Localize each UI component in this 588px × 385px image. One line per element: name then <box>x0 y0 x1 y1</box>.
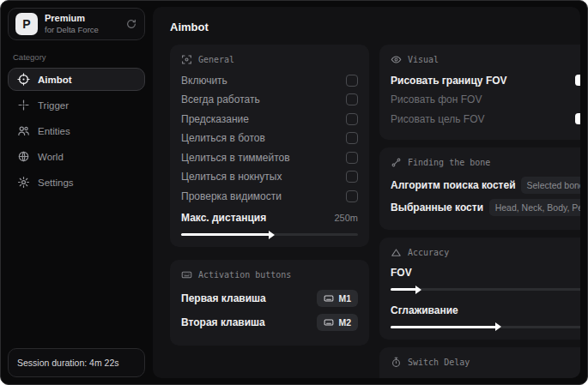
panel-accuracy-header: Accuracy <box>391 247 580 258</box>
keyboard-icon <box>324 317 334 328</box>
switch-delay-toggle-row: Задержка переключения <box>391 374 580 379</box>
setting-label: Целиться в тиммейтов <box>181 152 290 164</box>
visual-row-fov-background: Рисовать фон FOV <box>391 91 580 110</box>
setting-row-target-bots: Целиться в ботов <box>181 129 358 148</box>
fov-slider[interactable] <box>391 288 580 291</box>
sidebar-item-label: Aimbot <box>38 75 72 85</box>
dropdown-label: Алгоритм поиска костей <box>391 179 516 191</box>
fov-row: FOV 60° <box>391 264 580 283</box>
selected-bones-select[interactable]: Head, Neck, Body, Pe.. <box>489 199 580 216</box>
keybind-label: Вторая клавиша <box>181 316 265 328</box>
main-content: Aimbot General Включить <box>153 7 580 378</box>
keybind-value: M2 <box>338 317 351 328</box>
color-swatch-fov-border[interactable] <box>575 75 580 86</box>
keybind-button-primary[interactable]: M1 <box>317 290 358 307</box>
sidebar-item-label: World <box>38 152 64 162</box>
premium-subtitle: for Delta Force <box>45 25 99 35</box>
fov-group: FOV 60° <box>391 264 580 292</box>
slider-label: Сглаживание <box>391 304 458 316</box>
keybind-value: M1 <box>338 293 351 304</box>
keybind-row-secondary: Вторая клавиша M2 <box>181 310 358 334</box>
checkbox-prediction[interactable] <box>346 113 358 125</box>
panel-activation-buttons: Activation buttons Первая клавиша M1 <box>170 260 369 346</box>
panel-visual: Visual Рисовать границу FOV Рисовать фон… <box>379 45 580 140</box>
setting-row-prediction: Предсказание <box>181 110 358 129</box>
gear-icon <box>17 176 30 189</box>
stopwatch-icon <box>391 357 402 368</box>
setting-label: Целиться в ботов <box>181 132 265 144</box>
checkbox-target-bots[interactable] <box>346 132 358 144</box>
users-icon <box>17 124 30 137</box>
panel-title: Visual <box>408 55 439 64</box>
setting-label: Проверка видимости <box>181 190 282 202</box>
panel-bone-header: Finding the bone <box>391 157 580 168</box>
panel-finding-bone: Finding the bone Алгоритм поиска костей … <box>379 147 580 230</box>
sidebar-item-trigger[interactable]: Trigger <box>8 93 145 117</box>
panel-title: General <box>198 55 234 64</box>
panel-visual-header: Visual <box>391 54 580 65</box>
premium-card: P Premium for Delta Force <box>8 8 145 40</box>
triangle-icon <box>391 247 402 258</box>
trigger-icon <box>17 99 30 111</box>
max-distance-group: Макс. дистанция 250m <box>181 209 358 237</box>
panel-general: General Включить Всегда работать Предска… <box>170 45 369 247</box>
page-title: Aimbot <box>170 21 563 33</box>
panel-switch-delay-header: Switch Delay <box>391 357 580 368</box>
sync-icon[interactable] <box>125 18 137 30</box>
sidebar-item-settings[interactable]: Settings <box>8 171 145 194</box>
crosshair-icon <box>17 73 30 86</box>
setting-row-enable: Включить <box>181 71 358 90</box>
panel-activation-header: Activation buttons <box>181 269 358 280</box>
checkbox-always-work[interactable] <box>346 93 358 105</box>
keybind-label: Первая клавиша <box>181 292 266 304</box>
slider-thumb[interactable] <box>269 231 275 239</box>
panel-switch-delay: Switch Delay Задержка переключения Задер… <box>379 347 580 379</box>
sidebar-item-label: Settings <box>38 177 74 188</box>
visual-row-fov-target: Рисовать цель FOV <box>391 110 580 129</box>
setting-row-target-teammates: Целиться в тиммейтов <box>181 148 358 167</box>
keyboard-icon <box>181 269 192 280</box>
color-swatch-fov-target[interactable] <box>575 113 580 124</box>
panel-title: Activation buttons <box>198 270 291 280</box>
sidebar-item-aimbot[interactable]: Aimbot <box>8 68 145 91</box>
setting-row-target-knocked: Целиться в нокнутых <box>181 168 358 187</box>
sidebar-item-label: Trigger <box>38 100 69 111</box>
smoothing-group: Сглаживание 50% <box>391 301 580 328</box>
app-logo: P <box>15 13 38 35</box>
panel-title: Finding the bone <box>408 158 490 167</box>
category-label: Category <box>13 52 140 62</box>
bone-algorithm-select[interactable]: Selected bone <box>521 177 580 194</box>
max-distance-slider[interactable] <box>181 233 358 236</box>
sidebar-item-world[interactable]: World <box>8 145 145 168</box>
keybind-button-secondary[interactable]: M2 <box>317 314 358 331</box>
slider-fill <box>181 233 270 236</box>
setting-label: Включить <box>181 75 227 87</box>
setting-label: Рисовать фон FOV <box>391 93 482 105</box>
premium-title: Premium <box>45 13 99 25</box>
sidebar-item-entities[interactable]: Entities <box>8 119 145 142</box>
slider-fill <box>391 326 496 328</box>
keybind-row-primary: Первая клавиша M1 <box>181 286 358 310</box>
slider-thumb[interactable] <box>415 286 421 294</box>
eye-icon <box>391 54 402 65</box>
sidebar-item-label: Entities <box>38 126 70 136</box>
setting-label: Предсказание <box>181 113 249 125</box>
setting-label: Целиться в нокнутых <box>181 171 282 183</box>
selected-bones-row: Выбранные кости Head, Neck, Body, Pe.. <box>391 196 580 219</box>
checkbox-enable[interactable] <box>346 75 358 87</box>
checkbox-visibility-check[interactable] <box>346 190 358 202</box>
target-frame-icon <box>181 54 192 65</box>
dropdown-label: Выбранные кости <box>391 202 484 214</box>
bone-icon <box>391 157 402 168</box>
checkbox-target-knocked[interactable] <box>346 171 358 183</box>
smoothing-slider[interactable] <box>391 326 580 328</box>
smoothing-row: Сглаживание 50% <box>391 301 580 320</box>
panel-general-header: General <box>181 54 358 65</box>
setting-row-always-work: Всегда работать <box>181 91 358 110</box>
checkbox-target-teammates[interactable] <box>346 152 358 164</box>
setting-label: Задержка переключения <box>391 376 509 378</box>
setting-label: Всегда работать <box>181 93 260 105</box>
slider-thumb[interactable] <box>495 322 501 331</box>
setting-label: Рисовать цель FOV <box>391 113 485 125</box>
panel-title: Accuracy <box>408 248 449 257</box>
